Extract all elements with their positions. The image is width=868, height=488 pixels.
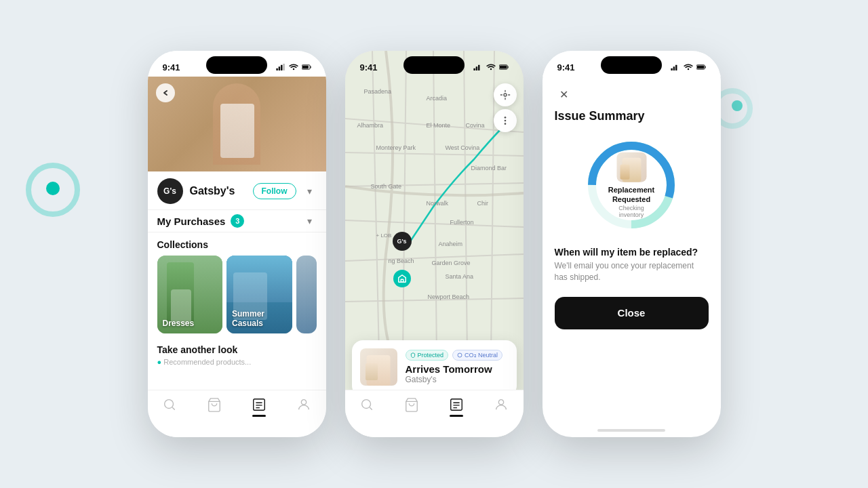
home-icon	[397, 274, 407, 283]
orders-icon-2	[449, 397, 464, 412]
status-time-2: 9:41	[360, 62, 378, 73]
svg-point-35	[504, 117, 506, 119]
arrival-text: Arrives Tomorrow	[406, 363, 503, 375]
close-icon-button[interactable]: ✕	[555, 85, 574, 104]
svg-rect-7	[302, 66, 308, 68]
bag-icon	[207, 397, 222, 412]
issue-panel: ✕ Issue Summary	[542, 77, 721, 336]
svg-rect-6	[310, 66, 311, 68]
collection-card-more[interactable]	[296, 256, 317, 333]
dynamic-island-1	[206, 56, 267, 74]
profile-chevron[interactable]: ▾	[303, 184, 317, 198]
city-label-southgate: South Gate	[371, 183, 402, 190]
nav-bag[interactable]	[199, 397, 229, 412]
nav-orders[interactable]	[244, 397, 274, 417]
more-options-button[interactable]	[494, 109, 517, 132]
svg-rect-3	[283, 64, 285, 70]
leaf-icon	[457, 352, 462, 358]
svg-rect-0	[276, 68, 278, 70]
issue-title: Issue Summary	[555, 109, 709, 123]
purchases-chevron[interactable]: ▾	[303, 214, 317, 228]
avatar: G's	[157, 178, 183, 204]
home-indicator-3	[597, 429, 665, 432]
follow-button[interactable]: Follow	[253, 183, 296, 199]
location-button[interactable]	[494, 83, 517, 106]
city-label-alhambra: Alhambra	[357, 122, 384, 129]
back-button[interactable]	[156, 83, 175, 102]
status-icons-1	[276, 64, 311, 70]
take-look-subtitle: ● Recommended products...	[157, 358, 317, 366]
discover-icon	[162, 397, 177, 412]
close-modal-button[interactable]: Close	[555, 297, 709, 329]
svg-rect-16	[475, 66, 477, 70]
nav-discover[interactable]	[155, 397, 184, 412]
battery-icon-2	[499, 64, 509, 70]
svg-rect-47	[673, 66, 675, 70]
svg-rect-33	[401, 279, 403, 282]
phones-container: 9:41	[148, 51, 721, 437]
hero-image	[148, 77, 326, 171]
svg-point-34	[504, 94, 507, 96]
profile-icon	[296, 397, 311, 412]
collections-section: Collections Dresses Summer Casuals	[148, 232, 326, 339]
profile-section: G's Gatsby's Follow ▾	[148, 171, 326, 209]
nav-discover-2[interactable]	[352, 397, 382, 412]
svg-rect-51	[705, 66, 705, 68]
svg-rect-46	[671, 68, 673, 70]
svg-rect-10	[254, 399, 265, 411]
svg-point-45	[498, 400, 503, 405]
city-label-pasadena: Pasadena	[364, 88, 392, 95]
svg-line-31	[464, 51, 467, 356]
donut-chart: ReplacementRequested Checking inventory	[580, 134, 682, 236]
city-label-covina: Covina	[466, 122, 485, 129]
map-card-badges: Protected CO₂ Neutral	[406, 350, 503, 361]
svg-line-28	[372, 51, 379, 356]
map-card: Protected CO₂ Neutral Arrives Tomorrow G…	[352, 340, 517, 396]
svg-point-36	[504, 120, 506, 122]
bottom-nav-1	[148, 390, 326, 437]
orders-icon	[252, 397, 267, 412]
svg-point-38	[458, 353, 462, 357]
battery-icon-1	[302, 64, 311, 70]
svg-line-25	[345, 220, 524, 227]
svg-point-14	[301, 400, 306, 405]
svg-point-37	[504, 123, 506, 125]
status-icons-2	[473, 64, 509, 70]
city-label-montereypark: Monterey Park	[376, 144, 416, 151]
purchases-label: My Purchases	[157, 216, 226, 227]
collection-label-summer: Summer Casuals	[232, 309, 292, 328]
purchases-badge: 3	[231, 214, 244, 228]
collection-card-dresses[interactable]: Dresses	[157, 256, 223, 333]
svg-point-8	[165, 400, 174, 409]
collections-row: Dresses Summer Casuals	[157, 256, 317, 333]
nav-profile-2[interactable]	[486, 397, 516, 412]
svg-rect-1	[278, 66, 280, 70]
phone-issue: 9:41 ✕	[542, 51, 721, 437]
status-time-3: 9:41	[557, 62, 575, 73]
location-icon	[500, 89, 511, 100]
battery-icon-3	[696, 64, 706, 70]
wifi-icon-1	[289, 64, 298, 70]
city-label-newportbeach: Newport Beach	[428, 293, 470, 300]
map-card-product-image	[360, 348, 397, 386]
donut-status-label: ReplacementRequested	[606, 185, 657, 205]
nav-bag-2[interactable]	[397, 397, 427, 412]
svg-point-49	[687, 68, 689, 70]
collection-label-dresses: Dresses	[163, 319, 195, 328]
back-icon	[162, 89, 169, 96]
collection-card-summer[interactable]: Summer Casuals	[226, 256, 292, 333]
nav-profile[interactable]	[289, 397, 319, 412]
phone-map: 9:41	[345, 51, 524, 437]
dynamic-island-3	[601, 56, 662, 74]
svg-line-29	[403, 51, 406, 356]
donut-center-content: ReplacementRequested Checking inventory	[606, 152, 657, 218]
svg-point-18	[490, 68, 492, 70]
origin-marker[interactable]: G's	[393, 232, 412, 251]
destination-marker[interactable]	[393, 270, 411, 287]
lob-label: + LOB	[376, 232, 392, 239]
wifi-icon-2	[486, 64, 496, 70]
map-card-inner: Protected CO₂ Neutral Arrives Tomorrow G…	[352, 340, 517, 394]
city-label-fullerton: Fullerton	[450, 219, 474, 226]
nav-orders-2[interactable]	[441, 397, 471, 417]
issue-question: When will my item be replaced?	[555, 247, 709, 258]
